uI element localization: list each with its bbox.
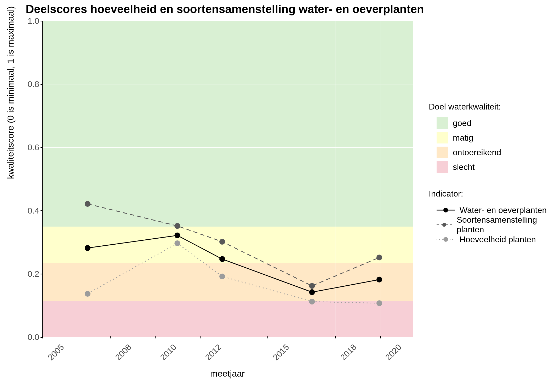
- data-point: [219, 239, 225, 245]
- data-point: [85, 291, 90, 297]
- legend-item-series: Water- en oeverplanten: [437, 204, 549, 216]
- data-point: [309, 299, 315, 304]
- y-tick: [41, 274, 43, 274]
- data-point: [174, 240, 180, 246]
- data-point: [174, 233, 180, 238]
- series-line: [88, 243, 379, 303]
- legend-item-ontoereikend: ontoereikend: [437, 146, 549, 159]
- legend: Doel waterkwaliteit: goedmatigontoereike…: [429, 102, 549, 261]
- y-tick-label: 1.0: [13, 16, 39, 26]
- y-tick-label: 0.8: [13, 79, 39, 89]
- y-tick: [41, 210, 43, 211]
- data-point: [376, 255, 382, 260]
- legend-series-items: Water- en oeverplantenSoortensamenstelli…: [437, 204, 549, 246]
- legend-label: matig: [453, 133, 473, 143]
- x-tick: [380, 336, 381, 338]
- x-tick-label: 2018: [339, 342, 359, 362]
- legend-label: goed: [453, 118, 471, 128]
- series-line: [88, 204, 379, 286]
- legend-label: Soortensamenstelling planten: [457, 215, 549, 234]
- data-point: [174, 223, 180, 229]
- legend-item-matig: matig: [437, 131, 549, 144]
- x-tick-label: 2005: [46, 342, 66, 362]
- x-axis-title: meetjaar: [42, 368, 413, 379]
- x-tick: [335, 336, 336, 338]
- y-tick-label: 0.0: [13, 332, 39, 342]
- legend-line-sample: [437, 221, 452, 229]
- x-tick: [200, 336, 201, 338]
- legend-label: slecht: [453, 162, 475, 172]
- legend-line-sample: [437, 235, 455, 244]
- legend-swatch: [437, 132, 448, 143]
- data-point: [309, 283, 315, 289]
- legend-label: Water- en oeverplanten: [460, 205, 547, 215]
- legend-band-title: Doel waterkwaliteit:: [429, 102, 549, 112]
- svg-point-3: [442, 223, 446, 227]
- legend-band-items: goedmatigontoereikendslecht: [437, 117, 549, 173]
- x-tick: [42, 336, 43, 338]
- legend-item-slecht: slecht: [437, 161, 549, 173]
- y-tick: [41, 84, 43, 85]
- legend-item-series: Soortensamenstelling planten: [437, 218, 549, 231]
- svg-point-5: [443, 237, 448, 242]
- plot-area: [42, 21, 413, 337]
- legend-swatch: [437, 117, 448, 129]
- x-tick: [267, 336, 268, 338]
- data-point: [376, 277, 382, 283]
- y-tick: [41, 21, 43, 21]
- x-tick-label: 2008: [113, 342, 134, 362]
- svg-point-1: [443, 208, 448, 212]
- x-tick-label: 2012: [203, 342, 224, 362]
- data-point: [376, 300, 382, 306]
- x-tick: [110, 336, 111, 338]
- y-tick-label: 0.2: [13, 269, 39, 279]
- legend-label: Hoeveelheid planten: [460, 235, 536, 244]
- legend-item-goed: goed: [437, 117, 549, 129]
- y-tick: [41, 147, 43, 148]
- data-point: [85, 245, 90, 251]
- data-point: [219, 274, 225, 279]
- legend-label: ontoereikend: [453, 148, 501, 157]
- y-axis-title: kwaliteitscore (0 is minimaal, 1 is maxi…: [5, 6, 16, 179]
- x-tick-label: 2010: [158, 342, 179, 362]
- chart-title: Deelscores hoeveelheid en soortensamenst…: [0, 3, 450, 16]
- legend-item-series: Hoeveelheid planten: [437, 233, 549, 246]
- data-point: [309, 289, 315, 295]
- line-layer: [43, 21, 413, 336]
- legend-swatch: [437, 147, 448, 158]
- x-tick-label: 2015: [271, 342, 291, 362]
- legend-line-sample: [437, 206, 455, 214]
- data-point: [219, 256, 225, 262]
- x-tick: [155, 336, 156, 338]
- legend-swatch: [437, 161, 448, 173]
- y-tick-label: 0.6: [13, 143, 39, 152]
- y-tick-label: 0.4: [13, 206, 39, 216]
- data-point: [85, 201, 90, 207]
- series-line: [88, 235, 379, 292]
- chart-container: Deelscores hoeveelheid en soortensamenst…: [0, 0, 549, 392]
- x-tick-label: 2020: [384, 342, 404, 362]
- legend-series-title: Indicator:: [429, 189, 549, 199]
